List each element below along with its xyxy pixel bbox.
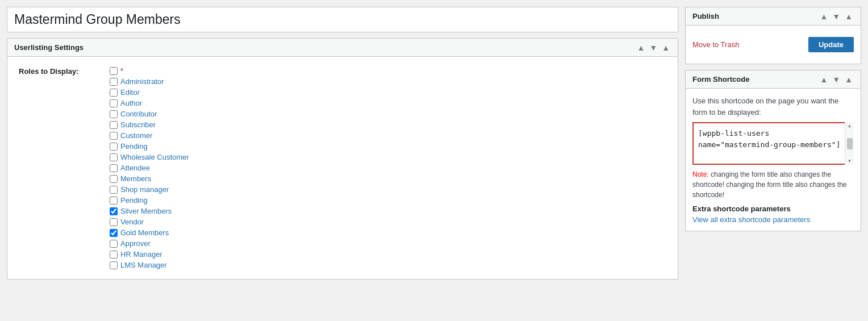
role-checkbox-hr_manager[interactable] xyxy=(110,251,118,259)
collapse-toggle-button[interactable]: ▲ xyxy=(661,44,671,52)
role-checkbox-gold_members[interactable] xyxy=(110,229,118,237)
role-checkbox-pending[interactable] xyxy=(110,143,118,151)
scroll-thumb xyxy=(847,138,853,149)
shortcode-panel-header: Form Shortcode ▲ ▼ ▲ xyxy=(686,70,861,89)
list-item: Vendor xyxy=(110,217,189,227)
list-item: Shop manager xyxy=(110,185,189,194)
role-checkbox-subscriber[interactable] xyxy=(110,121,118,129)
shortcode-panel: Form Shortcode ▲ ▼ ▲ Use this shortcode … xyxy=(685,70,861,231)
publish-panel-header: Publish ▲ ▼ ▲ xyxy=(686,7,861,26)
role-label-lms_manager[interactable]: LMS Manager xyxy=(120,261,167,269)
publish-header-controls: ▲ ▼ ▲ xyxy=(819,12,854,20)
role-checkbox-approver[interactable] xyxy=(110,240,118,248)
role-checkbox-attendee[interactable] xyxy=(110,164,118,172)
role-label-silver_members[interactable]: Silver Members xyxy=(120,207,172,215)
scroll-down-arrow[interactable]: ▼ xyxy=(848,159,852,164)
list-item: LMS Manager xyxy=(110,260,189,270)
publish-panel: Publish ▲ ▼ ▲ Move to Trash Update xyxy=(685,7,861,64)
role-checkbox-members[interactable] xyxy=(110,175,118,183)
role-checkbox-lms_manager[interactable] xyxy=(110,261,118,269)
role-checkbox-author[interactable] xyxy=(110,99,118,107)
role-label-subscriber[interactable]: Subscriber xyxy=(120,120,156,129)
list-item: Subscriber xyxy=(110,120,189,130)
list-item: HR Manager xyxy=(110,249,189,259)
role-label-members[interactable]: Members xyxy=(120,174,151,183)
list-item: Author xyxy=(110,98,189,108)
sidebar: Publish ▲ ▼ ▲ Move to Trash Update Form … xyxy=(685,7,861,231)
role-label-gold_members[interactable]: Gold Members xyxy=(120,228,169,237)
main-content: Userlisting Settings ▲ ▼ ▲ Roles to Disp… xyxy=(7,7,678,280)
list-item: Silver Members xyxy=(110,206,189,216)
shortcode-panel-body: Use this shortcode on the page you want … xyxy=(686,89,861,231)
role-label-contributor[interactable]: Contributor xyxy=(120,110,157,118)
move-to-trash-link[interactable]: Move to Trash xyxy=(692,40,739,49)
shortcode-panel-title: Form Shortcode xyxy=(692,75,749,84)
role-checkbox-shop_manager[interactable] xyxy=(110,186,118,194)
list-item: Members xyxy=(110,174,189,184)
list-item: * xyxy=(110,66,189,76)
role-checkbox-contributor[interactable] xyxy=(110,110,118,118)
role-checkbox-wholesale_customer[interactable] xyxy=(110,153,118,161)
shortcode-up-button[interactable]: ▲ xyxy=(819,76,829,84)
list-item: Pending xyxy=(110,195,189,205)
page-title-input[interactable] xyxy=(14,12,671,27)
list-item: Contributor xyxy=(110,109,189,119)
role-label-vendor[interactable]: Vendor xyxy=(120,218,144,226)
userlisting-settings-panel: Userlisting Settings ▲ ▼ ▲ Roles to Disp… xyxy=(7,38,678,280)
roles-list: *AdministratorEditorAuthorContributorSub… xyxy=(110,66,189,270)
collapse-down-button[interactable]: ▼ xyxy=(648,44,658,52)
role-label-all[interactable]: * xyxy=(120,66,123,75)
publish-actions: Move to Trash Update xyxy=(692,32,854,57)
role-checkbox-administrator[interactable] xyxy=(110,78,118,86)
role-checkbox-silver_members[interactable] xyxy=(110,207,118,215)
roles-section: Roles to Display: *AdministratorEditorAu… xyxy=(19,66,666,270)
note-text: Note: changing the form title also chang… xyxy=(692,169,854,200)
role-checkbox-all[interactable] xyxy=(110,67,118,75)
collapse-up-button[interactable]: ▲ xyxy=(636,44,646,52)
shortcode-content[interactable]: [wppb-list-users name="mastermind-group-… xyxy=(692,122,854,165)
publish-panel-title: Publish xyxy=(692,12,719,20)
shortcode-description: Use this shortcode on the page you want … xyxy=(692,95,854,118)
list-item: Gold Members xyxy=(110,228,189,237)
publish-toggle-button[interactable]: ▲ xyxy=(844,12,854,20)
shortcode-header-controls: ▲ ▼ ▲ xyxy=(819,76,854,84)
role-label-editor[interactable]: Editor xyxy=(120,88,140,97)
roles-label: Roles to Display: xyxy=(19,66,98,270)
extra-shortcode-title: Extra shortcode parameters xyxy=(692,205,854,213)
role-label-customer[interactable]: Customer xyxy=(120,131,152,140)
role-label-administrator[interactable]: Administrator xyxy=(120,77,164,86)
settings-panel-title: Userlisting Settings xyxy=(14,43,84,52)
role-label-pending[interactable]: Pending xyxy=(120,142,148,151)
list-item: Wholesale Customer xyxy=(110,152,189,162)
role-label-attendee[interactable]: Attendee xyxy=(120,164,150,172)
role-checkbox-editor[interactable] xyxy=(110,89,118,97)
shortcode-wrapper: [wppb-list-users name="mastermind-group-… xyxy=(692,122,854,165)
list-item: Pending xyxy=(110,141,189,151)
role-label-wholesale_customer[interactable]: Wholesale Customer xyxy=(120,153,189,161)
publish-panel-body: Move to Trash Update xyxy=(686,26,861,64)
list-item: Administrator xyxy=(110,77,189,86)
shortcode-toggle-button[interactable]: ▲ xyxy=(844,76,854,84)
role-label-shop_manager[interactable]: Shop manager xyxy=(120,185,169,194)
update-button[interactable]: Update xyxy=(808,37,854,52)
role-label-approver[interactable]: Approver xyxy=(120,239,151,248)
role-label-pending2[interactable]: Pending xyxy=(120,196,148,205)
shortcode-down-button[interactable]: ▼ xyxy=(831,76,841,84)
list-item: Attendee xyxy=(110,163,189,173)
view-all-shortcode-link[interactable]: View all extra shortcode parameters xyxy=(692,215,810,224)
shortcode-scrollbar: ▲ ▼ xyxy=(845,122,854,165)
scroll-up-arrow[interactable]: ▲ xyxy=(848,123,852,128)
list-item: Editor xyxy=(110,87,189,97)
list-item: Approver xyxy=(110,239,189,248)
settings-header: Userlisting Settings ▲ ▼ ▲ xyxy=(7,39,678,57)
publish-down-button[interactable]: ▼ xyxy=(831,12,841,20)
role-label-author[interactable]: Author xyxy=(120,99,142,107)
header-controls: ▲ ▼ ▲ xyxy=(636,44,671,52)
settings-body: Roles to Display: *AdministratorEditorAu… xyxy=(7,57,678,279)
title-box xyxy=(7,7,678,32)
role-checkbox-pending2[interactable] xyxy=(110,197,118,205)
role-label-hr_manager[interactable]: HR Manager xyxy=(120,250,162,259)
publish-up-button[interactable]: ▲ xyxy=(819,12,829,20)
role-checkbox-vendor[interactable] xyxy=(110,218,118,226)
role-checkbox-customer[interactable] xyxy=(110,132,118,140)
